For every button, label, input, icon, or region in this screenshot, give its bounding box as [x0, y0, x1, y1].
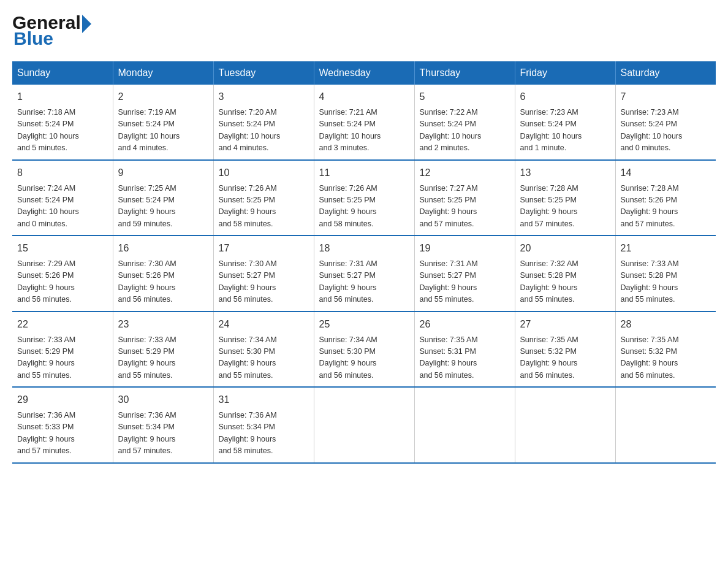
calendar-cell: 14Sunrise: 7:28 AM Sunset: 5:26 PM Dayli…	[615, 160, 716, 236]
day-number: 10	[219, 166, 309, 180]
day-number: 6	[520, 90, 610, 104]
calendar-cell: 16Sunrise: 7:30 AM Sunset: 5:26 PM Dayli…	[113, 236, 213, 312]
calendar-week-row: 8Sunrise: 7:24 AM Sunset: 5:24 PM Daylig…	[12, 160, 716, 236]
day-info: Sunrise: 7:31 AM Sunset: 5:27 PM Dayligh…	[319, 258, 409, 306]
calendar-cell: 12Sunrise: 7:27 AM Sunset: 5:25 PM Dayli…	[414, 160, 515, 236]
calendar-day-header: Friday	[515, 61, 615, 85]
calendar-cell	[314, 387, 414, 463]
calendar-cell: 26Sunrise: 7:35 AM Sunset: 5:31 PM Dayli…	[414, 312, 515, 388]
calendar-cell: 31Sunrise: 7:36 AM Sunset: 5:34 PM Dayli…	[213, 387, 314, 463]
calendar-cell: 10Sunrise: 7:26 AM Sunset: 5:25 PM Dayli…	[213, 160, 314, 236]
calendar-cell: 5Sunrise: 7:22 AM Sunset: 5:24 PM Daylig…	[414, 85, 515, 160]
calendar-week-row: 29Sunrise: 7:36 AM Sunset: 5:33 PM Dayli…	[12, 387, 716, 463]
calendar-cell: 24Sunrise: 7:34 AM Sunset: 5:30 PM Dayli…	[213, 312, 314, 388]
calendar-cell: 1Sunrise: 7:18 AM Sunset: 5:24 PM Daylig…	[12, 85, 113, 160]
calendar-cell	[615, 387, 716, 463]
day-number: 2	[118, 90, 208, 104]
day-number: 11	[319, 166, 409, 180]
calendar-cell	[515, 387, 615, 463]
day-number: 21	[621, 241, 711, 256]
day-info: Sunrise: 7:26 AM Sunset: 5:25 PM Dayligh…	[219, 183, 309, 231]
day-info: Sunrise: 7:18 AM Sunset: 5:24 PM Dayligh…	[17, 107, 108, 155]
calendar-cell: 17Sunrise: 7:30 AM Sunset: 5:27 PM Dayli…	[213, 236, 314, 312]
calendar-cell: 22Sunrise: 7:33 AM Sunset: 5:29 PM Dayli…	[12, 312, 113, 388]
day-info: Sunrise: 7:35 AM Sunset: 5:32 PM Dayligh…	[520, 334, 610, 382]
day-number: 4	[319, 90, 409, 104]
calendar-header-row: SundayMondayTuesdayWednesdayThursdayFrid…	[12, 61, 716, 85]
day-number: 26	[420, 317, 510, 332]
day-info: Sunrise: 7:34 AM Sunset: 5:30 PM Dayligh…	[219, 334, 309, 382]
day-number: 13	[520, 166, 610, 180]
day-info: Sunrise: 7:28 AM Sunset: 5:25 PM Dayligh…	[520, 183, 610, 231]
day-info: Sunrise: 7:36 AM Sunset: 5:33 PM Dayligh…	[17, 410, 108, 458]
day-info: Sunrise: 7:20 AM Sunset: 5:24 PM Dayligh…	[219, 107, 309, 155]
calendar-week-row: 1Sunrise: 7:18 AM Sunset: 5:24 PM Daylig…	[12, 85, 716, 160]
calendar-cell: 23Sunrise: 7:33 AM Sunset: 5:29 PM Dayli…	[113, 312, 213, 388]
day-number: 22	[17, 317, 108, 332]
day-info: Sunrise: 7:29 AM Sunset: 5:26 PM Dayligh…	[17, 258, 108, 306]
calendar-cell: 25Sunrise: 7:34 AM Sunset: 5:30 PM Dayli…	[314, 312, 414, 388]
day-info: Sunrise: 7:25 AM Sunset: 5:24 PM Dayligh…	[118, 183, 208, 231]
calendar-cell: 29Sunrise: 7:36 AM Sunset: 5:33 PM Dayli…	[12, 387, 113, 463]
day-info: Sunrise: 7:27 AM Sunset: 5:25 PM Dayligh…	[420, 183, 510, 231]
calendar-cell: 8Sunrise: 7:24 AM Sunset: 5:24 PM Daylig…	[12, 160, 113, 236]
calendar-table: SundayMondayTuesdayWednesdayThursdayFrid…	[12, 61, 716, 464]
day-number: 20	[520, 241, 610, 256]
day-info: Sunrise: 7:36 AM Sunset: 5:34 PM Dayligh…	[219, 410, 309, 458]
day-info: Sunrise: 7:35 AM Sunset: 5:32 PM Dayligh…	[621, 334, 711, 382]
day-number: 24	[219, 317, 309, 332]
calendar-cell: 27Sunrise: 7:35 AM Sunset: 5:32 PM Dayli…	[515, 312, 615, 388]
calendar-day-header: Tuesday	[213, 61, 314, 85]
day-info: Sunrise: 7:36 AM Sunset: 5:34 PM Dayligh…	[118, 410, 208, 458]
day-info: Sunrise: 7:26 AM Sunset: 5:25 PM Dayligh…	[319, 183, 409, 231]
day-info: Sunrise: 7:30 AM Sunset: 5:27 PM Dayligh…	[219, 258, 309, 306]
calendar-cell: 13Sunrise: 7:28 AM Sunset: 5:25 PM Dayli…	[515, 160, 615, 236]
calendar-cell: 15Sunrise: 7:29 AM Sunset: 5:26 PM Dayli…	[12, 236, 113, 312]
day-info: Sunrise: 7:19 AM Sunset: 5:24 PM Dayligh…	[118, 107, 208, 155]
calendar-cell: 28Sunrise: 7:35 AM Sunset: 5:32 PM Dayli…	[615, 312, 716, 388]
day-info: Sunrise: 7:32 AM Sunset: 5:28 PM Dayligh…	[520, 258, 610, 306]
day-number: 27	[520, 317, 610, 332]
day-info: Sunrise: 7:28 AM Sunset: 5:26 PM Dayligh…	[621, 183, 711, 231]
logo-blue-text: Blue	[12, 28, 53, 49]
day-number: 17	[219, 241, 309, 256]
calendar-cell: 7Sunrise: 7:23 AM Sunset: 5:24 PM Daylig…	[615, 85, 716, 160]
page-header: General Blue	[12, 12, 716, 49]
calendar-day-header: Sunday	[12, 61, 113, 85]
day-info: Sunrise: 7:21 AM Sunset: 5:24 PM Dayligh…	[319, 107, 409, 155]
calendar-cell: 4Sunrise: 7:21 AM Sunset: 5:24 PM Daylig…	[314, 85, 414, 160]
calendar-cell: 18Sunrise: 7:31 AM Sunset: 5:27 PM Dayli…	[314, 236, 414, 312]
day-number: 28	[621, 317, 711, 332]
calendar-day-header: Saturday	[615, 61, 716, 85]
calendar-cell: 6Sunrise: 7:23 AM Sunset: 5:24 PM Daylig…	[515, 85, 615, 160]
day-info: Sunrise: 7:33 AM Sunset: 5:29 PM Dayligh…	[118, 334, 208, 382]
day-number: 12	[420, 166, 510, 180]
calendar-cell: 30Sunrise: 7:36 AM Sunset: 5:34 PM Dayli…	[113, 387, 213, 463]
calendar-cell: 9Sunrise: 7:25 AM Sunset: 5:24 PM Daylig…	[113, 160, 213, 236]
calendar-day-header: Wednesday	[314, 61, 414, 85]
calendar-cell: 21Sunrise: 7:33 AM Sunset: 5:28 PM Dayli…	[615, 236, 716, 312]
day-number: 8	[17, 166, 108, 180]
day-number: 31	[219, 393, 309, 407]
day-number: 7	[621, 90, 711, 104]
calendar-cell: 11Sunrise: 7:26 AM Sunset: 5:25 PM Dayli…	[314, 160, 414, 236]
day-info: Sunrise: 7:33 AM Sunset: 5:28 PM Dayligh…	[621, 258, 711, 306]
day-number: 15	[17, 241, 108, 256]
day-info: Sunrise: 7:22 AM Sunset: 5:24 PM Dayligh…	[420, 107, 510, 155]
day-number: 14	[621, 166, 711, 180]
calendar-week-row: 15Sunrise: 7:29 AM Sunset: 5:26 PM Dayli…	[12, 236, 716, 312]
day-info: Sunrise: 7:30 AM Sunset: 5:26 PM Dayligh…	[118, 258, 208, 306]
day-info: Sunrise: 7:34 AM Sunset: 5:30 PM Dayligh…	[319, 334, 409, 382]
day-number: 25	[319, 317, 409, 332]
day-info: Sunrise: 7:23 AM Sunset: 5:24 PM Dayligh…	[621, 107, 711, 155]
day-info: Sunrise: 7:33 AM Sunset: 5:29 PM Dayligh…	[17, 334, 108, 382]
calendar-cell: 3Sunrise: 7:20 AM Sunset: 5:24 PM Daylig…	[213, 85, 314, 160]
day-number: 3	[219, 90, 309, 104]
day-info: Sunrise: 7:24 AM Sunset: 5:24 PM Dayligh…	[17, 183, 108, 231]
day-number: 1	[17, 90, 108, 104]
day-number: 30	[118, 393, 208, 407]
day-number: 19	[420, 241, 510, 256]
day-number: 5	[420, 90, 510, 104]
day-info: Sunrise: 7:35 AM Sunset: 5:31 PM Dayligh…	[420, 334, 510, 382]
logo: General Blue	[12, 12, 91, 49]
